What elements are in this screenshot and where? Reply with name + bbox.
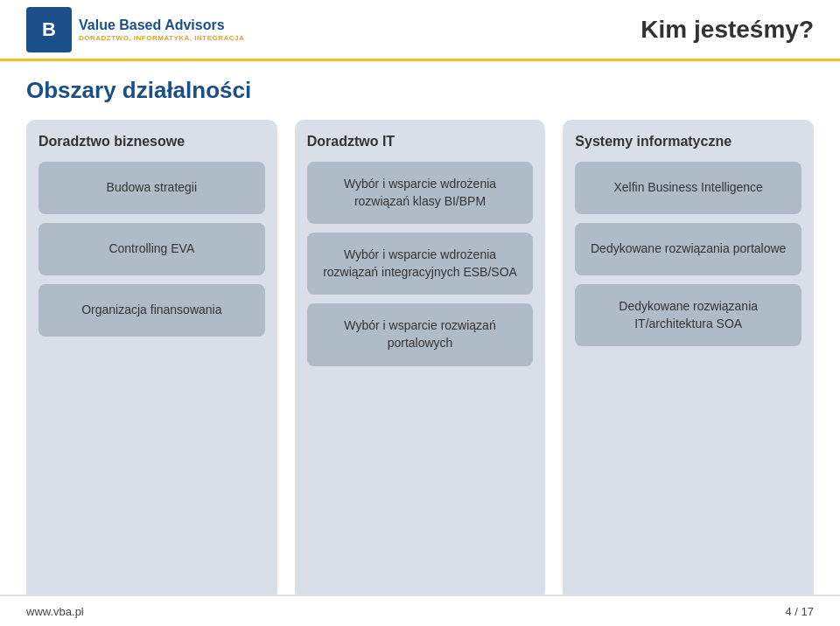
main-content: Doradztwo biznesowe Budowa strategii Con… bbox=[0, 111, 840, 601]
col3-item-3: Dedykowane rozwiązania IT/architektura S… bbox=[575, 284, 802, 346]
footer-url: www.vba.pl bbox=[26, 605, 84, 618]
logo-area: B Value Based Advisors DORADZTWO, INFORM… bbox=[26, 7, 244, 52]
column-systemy-informatyczne: Systemy informatyczne Xelfin Business In… bbox=[563, 120, 814, 601]
col2-items: Wybór i wsparcie wdrożenia rozwiązań kla… bbox=[307, 162, 534, 366]
col1-header: Doradztwo biznesowe bbox=[38, 134, 265, 150]
footer-page: 4 / 17 bbox=[785, 605, 814, 618]
column-doradztwo-it: Doradztwo IT Wybór i wsparcie wdrożenia … bbox=[295, 120, 546, 601]
col2-item-2: Wybór i wsparcie wdrożenia rozwiązań int… bbox=[307, 233, 534, 295]
logo-text: Value Based Advisors DORADZTWO, INFORMAT… bbox=[79, 17, 244, 41]
column-doradztwo-biznesowe: Doradztwo biznesowe Budowa strategii Con… bbox=[26, 120, 277, 601]
col2-item-1: Wybór i wsparcie wdrożenia rozwiązań kla… bbox=[307, 162, 534, 224]
col3-item-2: Dedykowane rozwiązania portalowe bbox=[575, 223, 802, 275]
footer: www.vba.pl 4 / 17 bbox=[0, 595, 840, 626]
page-title: Obszary działalności bbox=[26, 77, 814, 104]
logo-main: Value Based Advisors bbox=[79, 17, 244, 33]
col1-item-3: Organizacja finansowania bbox=[38, 284, 265, 337]
col3-header: Systemy informatyczne bbox=[575, 134, 802, 150]
col2-item-3: Wybór i wsparcie rozwiązań portalowych bbox=[307, 303, 534, 365]
col1-item-2: Controlling EVA bbox=[38, 223, 265, 275]
logo-sub: DORADZTWO, INFORMATYKA, INTEGRACJA bbox=[79, 34, 244, 42]
header: B Value Based Advisors DORADZTWO, INFORM… bbox=[0, 0, 840, 61]
col1-items: Budowa strategii Controlling EVA Organiz… bbox=[38, 162, 265, 337]
logo-icon: B bbox=[26, 7, 72, 52]
col3-item-1: Xelfin Business Intelligence bbox=[575, 162, 802, 214]
col3-items: Xelfin Business Intelligence Dedykowane … bbox=[575, 162, 802, 346]
header-title: Kim jesteśmy? bbox=[640, 16, 814, 44]
col1-item-1: Budowa strategii bbox=[38, 162, 265, 214]
page-title-area: Obszary działalności bbox=[0, 61, 840, 111]
col2-header: Doradztwo IT bbox=[307, 134, 534, 150]
